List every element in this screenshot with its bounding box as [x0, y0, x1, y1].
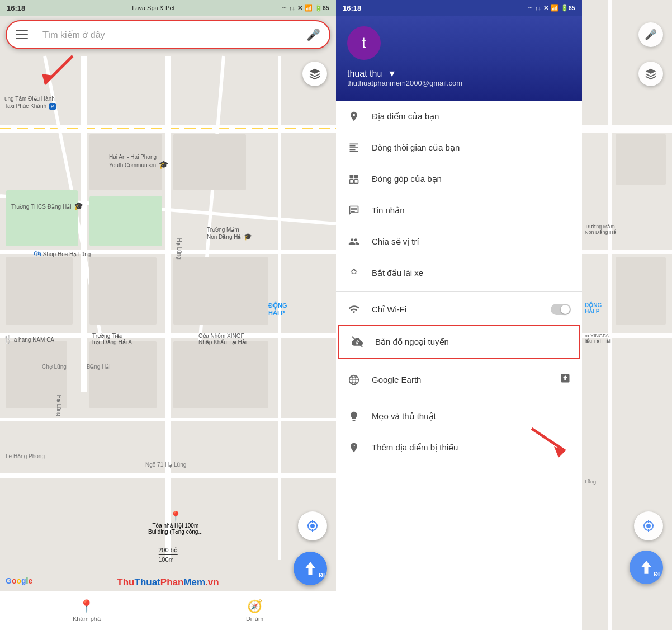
menu-item-contribution[interactable]: Đóng góp của bạn [336, 163, 582, 195]
layers-button[interactable] [302, 62, 327, 86]
mic-icon-left[interactable]: 🎤 [306, 28, 320, 41]
road-label-1: Hạ Lũng [176, 238, 182, 260]
watermark-phan: Phan [160, 577, 184, 587]
watermark-vn: .vn [205, 577, 219, 587]
menu-item-timeline[interactable]: Dòng thời gian của bạn [336, 132, 582, 163]
partial-map-text-4: Lũng [585, 479, 596, 485]
add-place-icon [347, 441, 361, 454]
svg-rect-47 [354, 175, 358, 179]
map-place-4: 🛍 Shop Hoa Hạ Lũng [34, 249, 91, 258]
dropdown-arrow-icon[interactable]: ▼ [387, 69, 396, 79]
wifi-toggle[interactable] [551, 304, 571, 315]
commute-label: Đi làm [246, 615, 263, 622]
location-button-right[interactable] [634, 511, 663, 540]
places-icon [347, 110, 361, 123]
svg-line-44 [532, 429, 565, 451]
svg-rect-21 [89, 196, 162, 246]
google-earth-icon [347, 373, 361, 387]
svg-point-25 [310, 524, 315, 528]
external-link-icon [560, 373, 571, 387]
navigate-button-right[interactable] [630, 551, 663, 584]
navigate-label-right: ĐI [654, 571, 660, 577]
red-arrow-right-annotation [520, 417, 576, 462]
map-scale: 200 bộ 100m [158, 547, 178, 563]
divider-1 [336, 291, 582, 292]
status-icons-right: ··· ↑↓ ✕ 📶 🔋65 [528, 4, 575, 12]
menu-label-drive: Bắt đầu lái xe [372, 268, 571, 278]
right-panel: Trường Mầm Non Đằng Hải ĐỒNG HẢI P m XIN… [336, 0, 672, 630]
watermark-thu: Thu [117, 577, 134, 587]
partial-map-text-2: ĐỒNG HẢI P [585, 302, 602, 314]
svg-point-38 [646, 524, 651, 528]
explore-icon: 📍 [79, 599, 94, 614]
menu-item-share-location[interactable]: Chia sẻ vị trí [336, 226, 582, 257]
navigate-button[interactable] [294, 552, 327, 585]
svg-rect-49 [354, 180, 358, 184]
my-location-icon [306, 519, 319, 533]
road-label-2: Hạ Lũng [56, 395, 62, 416]
contribution-icon [347, 172, 361, 186]
my-location-button[interactable] [298, 511, 327, 540]
road-label-4: Lê Hồng Phong [6, 453, 45, 459]
wifi-icon [347, 303, 361, 316]
menu-label-contribution: Đóng góp của bạn [372, 174, 571, 184]
layers-icon [309, 68, 321, 80]
hamburger-line-2 [16, 34, 28, 35]
menu-label-share-location: Chia sẻ vị trí [372, 237, 571, 247]
menu-item-messages[interactable]: Tin nhắn [336, 195, 582, 226]
menu-label-offline-maps: Bản đồ ngoại tuyến [375, 337, 567, 347]
mic-button-right[interactable]: 🎤 [638, 22, 663, 47]
scale-text-2: 100m [158, 554, 178, 563]
map-place-1: ung Tâm Điều Hành Taxi Phúc Khánh P [4, 95, 56, 110]
messages-icon [347, 204, 361, 217]
right-side-map: Trường Mầm Non Đằng Hải ĐỒNG HẢI P m XIN… [582, 0, 672, 630]
svg-rect-37 [616, 134, 666, 185]
map-place-7: Cửa Nhôm XINGF Nhập Khẩu Tại Hải [198, 333, 247, 345]
map-place-3: Trường THCS Đằng Hải 🎓 [11, 201, 83, 210]
commute-icon: 🧭 [247, 599, 262, 614]
hamburger-button[interactable] [16, 25, 36, 45]
menu-item-google-earth[interactable]: Google Earth [336, 364, 582, 396]
user-email: thuthuatphanmem2000@gmail.com [347, 79, 462, 87]
status-icons-left: ··· ↑↓ ✕ 📶 🔋65 [282, 4, 329, 12]
road-label-3: Chợ Lũng [42, 364, 67, 370]
nav-explore[interactable]: 📍 Khám phá [73, 599, 101, 622]
layers-icon-right [645, 68, 657, 80]
menu-label-places: Địa điểm của bạn [372, 111, 571, 121]
svg-rect-46 [350, 175, 354, 179]
svg-rect-48 [350, 180, 354, 184]
search-placeholder[interactable]: Tìm kiếm ở đây [42, 30, 300, 40]
google-logo-text: G [6, 576, 12, 585]
svg-rect-17 [173, 257, 268, 325]
explore-label: Khám phá [73, 615, 101, 622]
menu-item-places[interactable]: Địa điểm của bạn [336, 101, 582, 132]
svg-rect-19 [89, 341, 157, 408]
watermark-thuat: Thuat [135, 577, 160, 587]
menu-item-drive[interactable]: Bắt đầu lái xe [336, 257, 582, 289]
drive-icon [347, 266, 361, 280]
tips-icon [347, 410, 361, 423]
google-logo: Google [6, 576, 32, 585]
search-bar[interactable]: Tìm kiếm ở đây 🎤 [6, 20, 330, 49]
hamburger-line-1 [16, 30, 28, 31]
location-icon-right [642, 519, 655, 533]
menu-item-wifi[interactable]: Chỉ Wi-Fi [336, 294, 582, 325]
svg-rect-14 [173, 134, 246, 190]
map-place-2: Hai An - Hai Phong Youth Communism 🎓 [109, 154, 168, 169]
menu-label-google-earth: Google Earth [372, 375, 548, 384]
divider-3 [336, 398, 582, 398]
layers-button-right[interactable] [638, 62, 663, 86]
menu-item-offline-maps[interactable]: Bản đồ ngoại tuyến [338, 325, 580, 359]
navigate-icon-right [638, 560, 654, 575]
road-label-6: Đằng Hải [87, 364, 111, 370]
partial-map-text-3: m XINGFA lẩu Tại Hải [585, 333, 611, 344]
hamburger-line-3 [16, 38, 28, 39]
offline-maps-icon [351, 335, 364, 349]
drawer-menu: 16:18 ··· ↑↓ ✕ 📶 🔋65 t thuat thu ▼ [336, 0, 582, 630]
user-info: thuat thu ▼ thuthuatphanmem2000@gmail.co… [347, 69, 571, 87]
menu-list: Địa điểm của bạn Dòng thời gian của bạn [336, 101, 582, 630]
svg-rect-20 [173, 341, 268, 408]
map-place-5: ĐỒNG HẢI P [268, 302, 287, 317]
nav-commute[interactable]: 🧭 Đi làm [246, 599, 263, 622]
svg-rect-22 [6, 190, 78, 246]
